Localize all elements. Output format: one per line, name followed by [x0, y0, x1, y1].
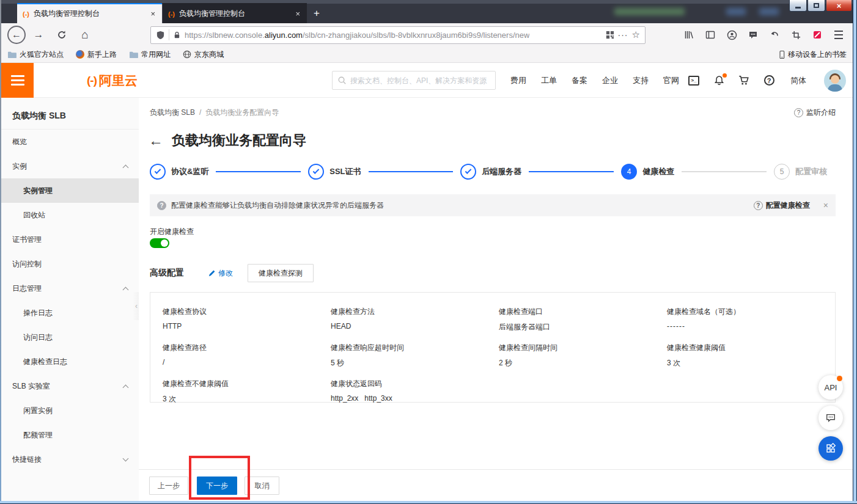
banner-close-button[interactable]: × — [823, 200, 828, 210]
sidebar-item-access-control[interactable]: 访问控制 — [1, 252, 139, 276]
chat-bubble-icon — [825, 412, 836, 423]
back-arrow-button[interactable]: ← — [149, 133, 163, 148]
url-bar[interactable]: https://slbnew.console.aliyun.com/slb/cn… — [150, 26, 646, 44]
library-icon[interactable] — [683, 29, 694, 40]
notification-dot — [723, 73, 727, 78]
edit-link[interactable]: 修改 — [208, 268, 233, 279]
bookmark-item[interactable]: 京东商城 — [183, 49, 224, 60]
console-top-nav: 费用 工单 备案 企业 支持 官网 — [503, 63, 686, 98]
console-menu-button[interactable] — [1, 63, 34, 98]
home-button[interactable]: ⌂ — [76, 26, 94, 44]
sidebar-item-instance-management[interactable]: 实例管理 — [1, 178, 139, 203]
sidebar-item-log-management[interactable]: 日志管理 — [1, 276, 139, 301]
bookmark-item[interactable]: 火狐官方站点 — [7, 49, 64, 60]
url-scheme: https:// — [185, 31, 208, 40]
sidebar-item-quota-management[interactable]: 配额管理 — [1, 423, 139, 447]
maximize-button[interactable] — [807, 0, 825, 12]
screenshot-crop-icon[interactable] — [790, 29, 801, 40]
notifications-bell-icon[interactable] — [713, 75, 725, 87]
new-tab-button[interactable]: + — [307, 3, 326, 23]
sidebar-item-overview[interactable]: 概览 — [1, 130, 139, 154]
breadcrumb-root[interactable]: 负载均衡 SLB — [150, 108, 195, 118]
sidebar-item-quick-links[interactable]: 快捷链接 — [1, 447, 139, 472]
step-health-check[interactable]: 4 健康检查 — [621, 164, 674, 180]
menu-icon[interactable] — [833, 29, 844, 40]
main-panel: 负载均衡 SLB / 负载均衡业务配置向导 ? 监听介绍 ← 负载均衡业务配置向… — [139, 98, 853, 501]
messages-icon[interactable] — [748, 29, 759, 40]
user-avatar[interactable] — [824, 70, 846, 92]
sidebar-item-instances[interactable]: 实例 — [1, 154, 139, 178]
step-ssl-certificate[interactable]: SSL证书 — [308, 164, 361, 180]
sidebar-item-recycle-bin[interactable]: 回收站 — [1, 203, 139, 227]
url-domain: aliyun.com — [265, 31, 303, 40]
close-button[interactable]: × — [826, 0, 852, 12]
forward-button[interactable]: → — [29, 26, 48, 44]
minimize-button[interactable] — [789, 0, 807, 12]
tab-close-button[interactable]: × — [294, 9, 301, 18]
urlbar-divider — [169, 29, 169, 40]
tab-close-button[interactable]: × — [149, 9, 156, 18]
cloudshell-icon[interactable]: >_ — [688, 75, 700, 87]
bookmark-item[interactable]: 常用网址 — [129, 49, 171, 60]
api-button[interactable]: API — [818, 375, 843, 400]
page-actions-button[interactable]: ··· — [618, 30, 628, 40]
configure-health-check-link[interactable]: ? 配置健康检查 — [754, 200, 810, 211]
cart-icon[interactable] — [738, 75, 750, 87]
console-search[interactable] — [332, 71, 496, 90]
search-input[interactable] — [350, 76, 490, 85]
sidebar-item-operation-logs[interactable]: 操作日志 — [1, 301, 139, 325]
health-check-toggle[interactable] — [150, 238, 169, 248]
tracking-protection-icon[interactable] — [156, 31, 165, 40]
nav-item-icp[interactable]: 备案 — [564, 75, 595, 86]
account-icon[interactable] — [726, 29, 737, 40]
window-border-left — [0, 0, 1, 504]
breadcrumb: 负载均衡 SLB / 负载均衡业务配置向导 ? 监听介绍 — [150, 107, 836, 118]
step-connector — [529, 171, 614, 172]
sidebar-item-health-check-logs[interactable]: 健康检查日志 — [1, 349, 139, 374]
step-done-icon — [308, 164, 324, 180]
back-button[interactable]: ← — [7, 26, 26, 44]
nav-item-tickets[interactable]: 工单 — [534, 75, 564, 86]
sidebar-item-idle-instances[interactable]: 闲置实例 — [1, 398, 139, 423]
mobile-bookmarks[interactable]: 移动设备上的书签 — [778, 49, 847, 60]
window-controls: × — [789, 0, 852, 12]
step-done-icon — [460, 164, 476, 180]
bookmark-star-button[interactable]: ☆ — [632, 29, 640, 40]
aliyun-logo[interactable]: (-) 阿里云 — [87, 63, 138, 98]
nav-item-enterprise[interactable]: 企业 — [595, 75, 625, 86]
step-config-review[interactable]: 5 配置审核 — [774, 164, 827, 180]
previous-step-button[interactable]: 上一步 — [149, 477, 188, 495]
undo-arrow-icon[interactable] — [769, 29, 780, 40]
apps-grid-button[interactable] — [818, 436, 843, 461]
browser-tab-inactive[interactable]: (-) 负载均衡管理控制台 × — [162, 3, 307, 23]
nav-item-support[interactable]: 支持 — [625, 75, 656, 86]
language-selector[interactable]: 简体 — [790, 63, 806, 98]
sidebar-item-access-logs[interactable]: 访问日志 — [1, 325, 139, 349]
nav-item-fees[interactable]: 费用 — [503, 75, 534, 86]
url-host: slbnew.console. — [208, 31, 265, 40]
nav-item-website[interactable]: 官网 — [656, 75, 686, 86]
browser-tab-active[interactable]: (-) 负载均衡管理控制台 × — [17, 3, 162, 23]
field-response-timeout: 健康检查响应超时时间 5 秒 — [331, 343, 499, 368]
step-connector — [682, 171, 767, 172]
reload-button[interactable] — [53, 26, 71, 44]
extension-icon[interactable] — [812, 29, 823, 40]
qr-code-icon[interactable] — [606, 31, 614, 39]
sidebar-item-certificates[interactable]: 证书管理 — [1, 227, 139, 252]
api-label: API — [825, 383, 837, 392]
step-protocol-listener[interactable]: 协议&监听 — [150, 164, 208, 180]
chevron-up-icon — [123, 165, 129, 171]
help-icon[interactable]: ? — [763, 75, 775, 87]
step-backend-servers[interactable]: 后端服务器 — [460, 164, 521, 180]
listener-intro-link[interactable]: ? 监听介绍 — [794, 108, 836, 118]
bookmark-item[interactable]: 新手上路 — [76, 49, 117, 60]
url-text[interactable]: https://slbnew.console.aliyun.com/slb/cn… — [185, 31, 602, 40]
sidebars-icon[interactable] — [705, 29, 716, 40]
url-path: /slb/cn-zhangjiakou/slbs/lb-8vblkxnrux8j… — [303, 31, 529, 40]
blurred-watermark — [614, 8, 685, 15]
health-check-probe-button[interactable]: 健康检查探测 — [248, 264, 314, 282]
feedback-chat-button[interactable] — [818, 406, 843, 430]
step-current-icon: 4 — [621, 164, 637, 180]
sidebar-item-slb-lab[interactable]: SLB 实验室 — [1, 374, 139, 398]
field-status-codes: 健康状态返回码 http_2xx http_3xx — [331, 379, 499, 404]
